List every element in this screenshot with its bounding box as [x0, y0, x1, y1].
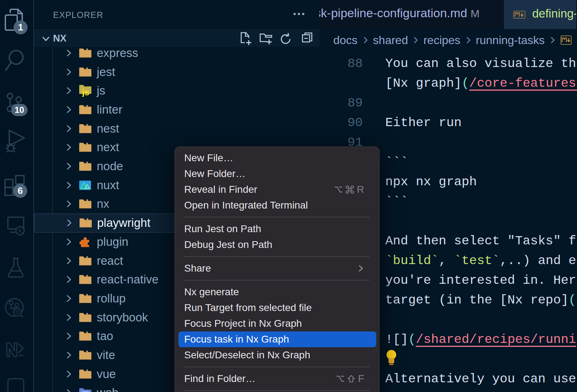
svg-text:js: js	[82, 87, 89, 97]
